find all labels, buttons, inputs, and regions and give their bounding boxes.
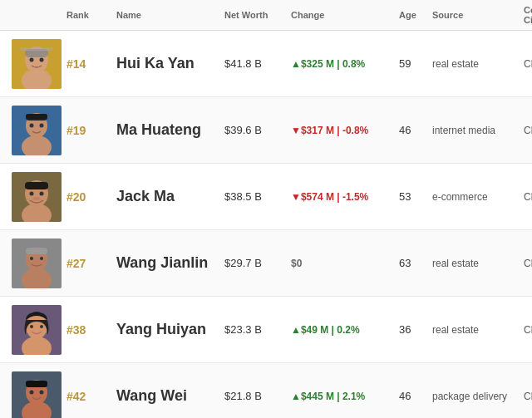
photo-cell [7,106,66,155]
change-value: ▲$49 M | 0.2% [291,324,360,336]
svg-point-19 [40,191,44,195]
change-value: ▼$317 M | -0.8% [291,125,368,136]
country: China [524,125,532,136]
country: China [524,191,532,203]
table-row: #27 Wang Jianlin $29.7 B $0 63 real esta… [0,230,532,297]
header-age: Age [399,10,432,20]
header-row: Rank Name Net Worth Change Age Source Co… [0,0,532,31]
net-worth: $23.3 B [224,323,291,336]
person-age: 46 [399,124,432,136]
change-cell: ▼$574 M | -1.5% [291,191,399,203]
svg-point-28 [26,314,47,339]
header-change: Change [291,10,399,20]
country: China [524,324,532,336]
photo-cell [7,39,66,89]
svg-rect-6 [20,47,53,51]
person-age: 59 [399,57,432,70]
header-rank: Rank [66,10,116,20]
svg-rect-13 [26,114,47,119]
svg-point-30 [30,325,33,328]
change-cell: ▲$325 M | 0.8% [291,58,399,70]
wealth-source: package delivery [432,391,524,402]
wealth-source: real estate [432,258,524,269]
person-name: Hui Ka Yan [116,55,224,72]
table-row: #14 Hui Ka Yan $41.8 B ▲$325 M | 0.8% 59… [0,31,532,97]
svg-point-25 [30,257,33,260]
net-worth: $41.8 B [224,57,291,70]
svg-point-4 [30,57,34,61]
person-photo [12,371,62,419]
person-name: Yang Huiyan [116,321,224,338]
svg-rect-24 [26,248,47,254]
person-age: 36 [399,323,432,336]
photo-cell [7,371,66,419]
change-cell: ▲$49 M | 0.2% [291,324,399,336]
change-value: ▲$325 M | 0.8% [291,58,365,70]
person-photo [12,106,62,155]
person-name: Wang Wei [116,387,224,405]
country: China [524,391,532,402]
change-cell: $0 [291,258,399,269]
rank-badge: #42 [66,390,116,403]
svg-point-36 [30,390,34,394]
wealth-source: internet media [432,125,524,136]
header-networth: Net Worth [224,10,291,20]
svg-point-12 [40,123,44,127]
net-worth: $39.6 B [224,124,291,136]
table-body: #14 Hui Ka Yan $41.8 B ▲$325 M | 0.8% 59… [0,31,532,418]
person-name: Jack Ma [116,188,224,205]
net-worth: $29.7 B [224,257,291,269]
svg-point-26 [40,257,43,260]
person-photo [12,39,62,89]
person-name: Ma Huateng [116,121,224,139]
table-row: #19 Ma Huateng $39.6 B ▼$317 M | -0.8% 4… [0,97,532,164]
svg-point-5 [40,57,44,61]
change-cell: ▲$445 M | 2.1% [291,391,399,402]
svg-rect-17 [25,182,48,189]
rank-badge: #20 [66,190,116,204]
change-cell: ▼$317 M | -0.8% [291,125,399,136]
wealth-source: real estate [432,324,524,336]
person-age: 63 [399,257,432,269]
rank-badge: #14 [66,57,116,71]
header-country: Country of Citizenship [524,5,532,25]
svg-rect-35 [26,381,47,387]
svg-point-31 [40,325,43,328]
change-value: ▲$445 M | 2.1% [291,391,365,402]
wealth-source: e-commerce [432,191,524,203]
person-age: 53 [399,190,432,203]
net-worth: $38.5 B [224,190,291,203]
rank-badge: #19 [66,124,116,137]
person-photo [12,305,62,355]
svg-point-18 [30,191,34,195]
svg-point-11 [30,123,34,127]
photo-cell [7,305,66,355]
person-age: 46 [399,390,432,402]
rank-badge: #38 [66,323,116,337]
table-row: #20 Jack Ma $38.5 B ▼$574 M | -1.5% 53 e… [0,164,532,230]
wealth-source: real estate [432,58,524,70]
net-worth: $21.8 B [224,390,291,402]
header-name: Name [116,10,224,20]
table-row: #42 Wang Wei $21.8 B ▲$445 M | 2.1% 46 p… [0,363,532,418]
change-amount: $0 [291,258,302,269]
photo-cell [7,239,66,288]
change-value: ▼$574 M | -1.5% [291,191,368,203]
svg-point-20 [32,197,41,200]
header-source: Source [432,10,524,20]
table-row: #38 Yang Huiyan $23.3 B ▲$49 M | 0.2% 36… [0,297,532,363]
svg-point-37 [40,390,44,394]
person-photo [12,239,62,288]
photo-cell [7,172,66,222]
rank-badge: #27 [66,257,116,270]
country: China [524,258,532,269]
country: China [524,58,532,70]
person-photo [12,172,62,222]
person-name: Wang Jianlin [116,254,224,272]
